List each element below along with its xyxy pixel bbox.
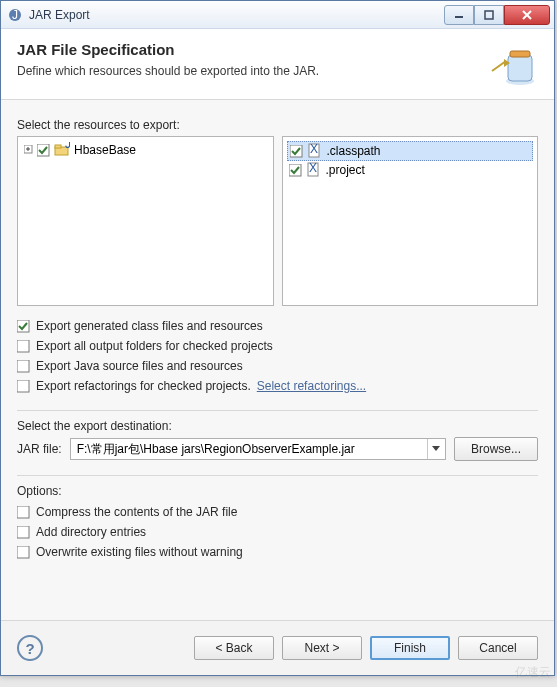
svg-rect-17	[290, 145, 302, 157]
cancel-button[interactable]: Cancel	[458, 636, 538, 660]
xml-file-icon: X	[306, 162, 322, 178]
checkbox-label: Add directory entries	[36, 525, 146, 539]
svg-text:X: X	[309, 143, 317, 156]
jar-icon	[490, 41, 538, 89]
wizard-header: JAR File Specification Define which reso…	[1, 29, 554, 100]
svg-rect-7	[508, 55, 532, 81]
wizard-body: Select the resources to export: J HbaseB…	[1, 100, 554, 620]
app-icon: J	[7, 7, 23, 23]
browse-button[interactable]: Browse...	[454, 437, 538, 461]
jar-path-combo[interactable]	[70, 438, 446, 460]
destination-label: Select the export destination:	[17, 419, 538, 433]
project-name: HbaseBase	[74, 143, 136, 157]
minimize-button[interactable]	[444, 5, 474, 25]
export-refactorings-row[interactable]: Export refactorings for checked projects…	[17, 376, 538, 396]
export-checklist: Export generated class files and resourc…	[17, 316, 538, 396]
dialog-window: J JAR Export JAR File Specification Defi…	[0, 0, 555, 676]
jar-file-label: JAR file:	[17, 442, 62, 456]
page-subtitle: Define which resources should be exporte…	[17, 64, 482, 78]
divider	[17, 410, 538, 411]
svg-marker-27	[432, 446, 440, 451]
close-button[interactable]	[504, 5, 550, 25]
export-generated-row[interactable]: Export generated class files and resourc…	[17, 316, 538, 336]
project-tree-pane[interactable]: J HbaseBase	[17, 136, 274, 306]
resources-label: Select the resources to export:	[17, 118, 538, 132]
export-output-folders-row[interactable]: Export all output folders for checked pr…	[17, 336, 538, 356]
file-checkbox[interactable]	[290, 145, 303, 158]
xml-file-icon: X	[307, 143, 323, 159]
svg-rect-30	[17, 546, 29, 558]
options-label: Options:	[17, 484, 538, 498]
checkbox[interactable]	[17, 506, 30, 519]
window-controls	[444, 5, 550, 25]
select-refactorings-link[interactable]: Select refactorings...	[257, 379, 366, 393]
page-title: JAR File Specification	[17, 41, 482, 58]
svg-rect-15	[55, 145, 61, 148]
destination-row: JAR file: Browse...	[17, 437, 538, 461]
expand-toggle[interactable]	[24, 143, 33, 157]
svg-text:X: X	[308, 162, 316, 175]
watermark: 亿速云	[515, 664, 551, 681]
checkbox[interactable]	[17, 340, 30, 353]
svg-rect-20	[289, 164, 301, 176]
file-list-pane[interactable]: X .classpath X .project	[282, 136, 539, 306]
divider	[17, 475, 538, 476]
maximize-button[interactable]	[474, 5, 504, 25]
checkbox[interactable]	[17, 546, 30, 559]
overwrite-row[interactable]: Overwrite existing files without warning	[17, 542, 538, 562]
project-checkbox[interactable]	[37, 144, 50, 157]
add-directory-row[interactable]: Add directory entries	[17, 522, 538, 542]
checkbox[interactable]	[17, 526, 30, 539]
svg-rect-28	[17, 506, 29, 518]
finish-button[interactable]: Finish	[370, 636, 450, 660]
svg-text:J: J	[12, 8, 18, 22]
svg-text:J: J	[65, 142, 70, 151]
file-name: .project	[326, 163, 365, 177]
project-folder-icon: J	[54, 142, 70, 158]
svg-rect-13	[37, 144, 49, 156]
tree-project-row[interactable]: J HbaseBase	[22, 141, 269, 159]
jar-path-input[interactable]	[71, 439, 427, 459]
checkbox-label: Export Java source files and resources	[36, 359, 243, 373]
wizard-footer: ? < Back Next > Finish Cancel	[1, 620, 554, 675]
svg-rect-25	[17, 360, 29, 372]
file-row[interactable]: X .classpath	[287, 141, 534, 161]
file-checkbox[interactable]	[289, 164, 302, 177]
checkbox[interactable]	[17, 380, 30, 393]
svg-rect-24	[17, 340, 29, 352]
checkbox-label: Export generated class files and resourc…	[36, 319, 263, 333]
checkbox[interactable]	[17, 320, 30, 333]
checkbox-label: Compress the contents of the JAR file	[36, 505, 237, 519]
next-button[interactable]: Next >	[282, 636, 362, 660]
dropdown-button[interactable]	[427, 439, 445, 459]
checkbox[interactable]	[17, 360, 30, 373]
svg-rect-29	[17, 526, 29, 538]
svg-rect-8	[510, 51, 530, 57]
help-button[interactable]: ?	[17, 635, 43, 661]
window-title: JAR Export	[29, 8, 444, 22]
export-source-files-row[interactable]: Export Java source files and resources	[17, 356, 538, 376]
svg-rect-26	[17, 380, 29, 392]
back-button[interactable]: < Back	[194, 636, 274, 660]
compress-row[interactable]: Compress the contents of the JAR file	[17, 502, 538, 522]
file-name: .classpath	[327, 144, 381, 158]
options-checklist: Compress the contents of the JAR file Ad…	[17, 502, 538, 562]
checkbox-label: Export refactorings for checked projects…	[36, 379, 251, 393]
svg-rect-3	[485, 11, 493, 19]
checkbox-label: Overwrite existing files without warning	[36, 545, 243, 559]
svg-rect-23	[17, 320, 29, 332]
file-row[interactable]: X .project	[287, 161, 534, 179]
titlebar[interactable]: J JAR Export	[1, 1, 554, 29]
checkbox-label: Export all output folders for checked pr…	[36, 339, 273, 353]
